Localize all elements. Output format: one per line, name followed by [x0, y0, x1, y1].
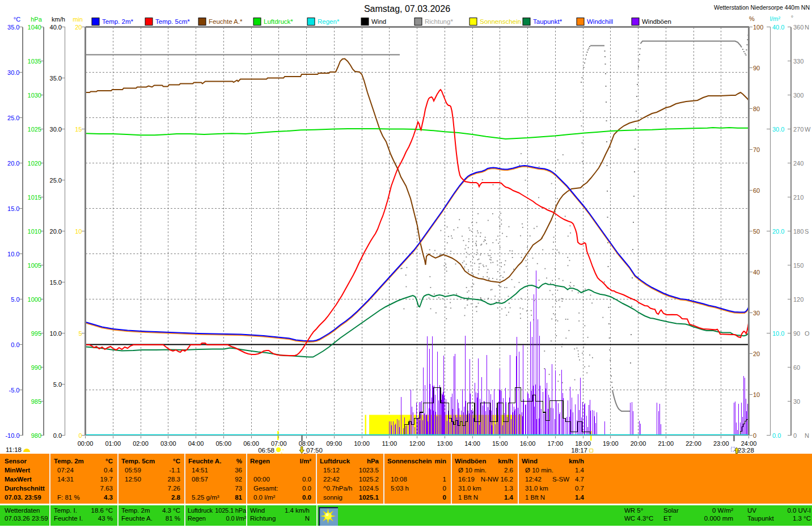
svg-text:°: ° — [791, 14, 793, 21]
svg-text:15:00: 15:00 — [492, 440, 508, 447]
svg-text:990: 990 — [31, 364, 41, 371]
svg-text:70: 70 — [753, 146, 760, 153]
svg-text:20: 20 — [753, 350, 760, 357]
svg-text:10: 10 — [75, 228, 82, 235]
svg-text:18:17: 18:17 — [571, 447, 587, 454]
svg-text:21:00: 21:00 — [658, 440, 674, 447]
svg-text:5.0: 5.0 — [11, 296, 19, 303]
svg-text:50: 50 — [753, 228, 760, 235]
svg-text:16:00: 16:00 — [520, 440, 536, 447]
svg-text:1005: 1005 — [28, 262, 41, 269]
svg-text:07:00: 07:00 — [271, 440, 287, 447]
svg-text:18:00: 18:00 — [575, 440, 591, 447]
svg-text:20.0: 20.0 — [50, 228, 62, 235]
svg-text:min: min — [73, 16, 83, 23]
svg-text:0.0: 0.0 — [53, 432, 62, 439]
svg-text:980: 980 — [31, 432, 41, 439]
svg-text:270: 270 — [793, 126, 803, 133]
svg-text:Windböen: Windböen — [642, 18, 671, 25]
svg-text:Taupunkt*: Taupunkt* — [533, 18, 563, 25]
svg-text:300: 300 — [793, 92, 803, 99]
svg-text:11:00: 11:00 — [382, 440, 397, 447]
svg-text:30.0: 30.0 — [772, 126, 784, 133]
svg-text:Feuchte A.*: Feuchte A.* — [209, 18, 243, 25]
svg-text:17:00: 17:00 — [547, 440, 563, 447]
svg-text:40.0: 40.0 — [50, 24, 62, 31]
svg-text:240: 240 — [793, 160, 803, 167]
svg-text:0: 0 — [793, 432, 797, 439]
svg-text:5: 5 — [78, 330, 82, 337]
svg-text:22:00: 22:00 — [686, 440, 701, 447]
svg-text:40: 40 — [753, 269, 760, 276]
svg-text:06:58: 06:58 — [258, 447, 274, 454]
svg-text:O: O — [805, 330, 810, 337]
svg-text:90: 90 — [753, 65, 760, 71]
svg-text:20:00: 20:00 — [631, 440, 646, 447]
svg-text:02:00: 02:00 — [133, 440, 149, 447]
svg-text:60: 60 — [753, 187, 760, 194]
svg-text:09:00: 09:00 — [326, 440, 342, 447]
svg-text:Regen*: Regen* — [318, 18, 340, 25]
svg-text:05:00: 05:00 — [215, 440, 231, 447]
svg-text:-10.0: -10.0 — [5, 432, 19, 439]
svg-text:Richtung*: Richtung* — [425, 18, 453, 25]
svg-text:30: 30 — [753, 310, 760, 316]
svg-text:04:00: 04:00 — [188, 440, 204, 447]
svg-text:Temp. 5cm*: Temp. 5cm* — [155, 18, 190, 25]
svg-text:15.0: 15.0 — [7, 205, 19, 212]
svg-text:1030: 1030 — [28, 92, 41, 99]
svg-text:N: N — [805, 432, 809, 439]
svg-text:20: 20 — [75, 24, 82, 31]
svg-text:24:00: 24:00 — [741, 440, 757, 447]
svg-text:10.0: 10.0 — [7, 251, 19, 257]
svg-text:hPa: hPa — [31, 16, 42, 23]
svg-text:15: 15 — [75, 126, 82, 133]
svg-text:15.0: 15.0 — [50, 279, 62, 286]
svg-text:Wetterstation Niedersorpe 440m: Wetterstation Niedersorpe 440m NN — [714, 4, 810, 11]
svg-text:1015: 1015 — [28, 194, 41, 201]
svg-text:1035: 1035 — [28, 58, 41, 65]
svg-text:30.0: 30.0 — [50, 126, 62, 133]
svg-text:03:00: 03:00 — [160, 440, 176, 447]
svg-text:0.0: 0.0 — [772, 432, 781, 439]
svg-text:20.0: 20.0 — [7, 160, 19, 167]
svg-text:10: 10 — [753, 391, 760, 398]
svg-text:Wind: Wind — [371, 18, 386, 25]
svg-text:Sonnenschein: Sonnenschein — [480, 18, 521, 25]
svg-text:360: 360 — [793, 24, 803, 31]
svg-text:30: 30 — [793, 398, 800, 405]
svg-text:150: 150 — [793, 262, 803, 269]
svg-text:30.0: 30.0 — [7, 69, 19, 76]
svg-text:07:50: 07:50 — [306, 447, 323, 454]
svg-text:90: 90 — [793, 330, 800, 337]
svg-text:1025: 1025 — [28, 126, 41, 133]
svg-text:1020: 1020 — [28, 160, 41, 167]
svg-text:25.0: 25.0 — [7, 115, 19, 121]
svg-text:N: N — [805, 24, 809, 31]
svg-text:Windchill: Windchill — [587, 18, 613, 25]
svg-text:210: 210 — [793, 194, 803, 201]
svg-text:40.0: 40.0 — [772, 24, 784, 31]
svg-text:19:00: 19:00 — [603, 440, 619, 447]
svg-text:180: 180 — [793, 228, 803, 235]
svg-text:80: 80 — [753, 105, 760, 112]
svg-text:35.0: 35.0 — [7, 24, 19, 31]
svg-text:-5.0: -5.0 — [9, 387, 20, 394]
svg-text:5.0: 5.0 — [53, 381, 62, 388]
svg-text:0.0: 0.0 — [11, 341, 19, 348]
svg-text:120: 120 — [793, 296, 803, 303]
svg-text:km/h: km/h — [52, 16, 65, 23]
svg-text:0: 0 — [78, 432, 82, 439]
svg-text:01:00: 01:00 — [105, 440, 121, 447]
svg-text:10.0: 10.0 — [50, 330, 62, 337]
svg-text:W: W — [805, 126, 811, 133]
svg-text:1000: 1000 — [28, 296, 41, 303]
svg-text:25.0: 25.0 — [50, 177, 62, 184]
svg-text:985: 985 — [31, 398, 41, 405]
svg-text:1040: 1040 — [28, 24, 41, 31]
svg-text:06:00: 06:00 — [243, 440, 259, 447]
svg-text:23:00: 23:00 — [713, 440, 729, 447]
svg-text:Temp. 2m*: Temp. 2m* — [102, 18, 133, 25]
svg-text:%: % — [749, 15, 755, 22]
svg-text:330: 330 — [793, 58, 803, 65]
